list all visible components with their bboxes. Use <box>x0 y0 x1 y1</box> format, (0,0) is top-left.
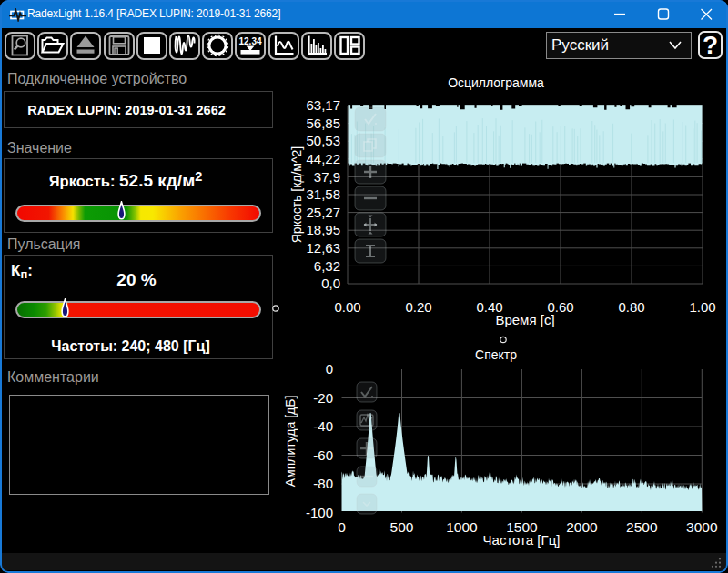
svg-text:1.00: 1.00 <box>689 299 715 315</box>
svg-text:44,22: 44,22 <box>306 151 340 166</box>
svg-text:6,32: 6,32 <box>314 258 340 274</box>
svg-text:0.80: 0.80 <box>618 299 644 315</box>
svg-text:2500: 2500 <box>626 519 658 535</box>
svg-text:-60: -60 <box>313 447 333 463</box>
svg-text:Частота [Гц]: Частота [Гц] <box>483 532 561 548</box>
svg-text:Яркость [кд/м^2]: Яркость [кд/м^2] <box>289 146 304 244</box>
svg-text:0: 0 <box>326 361 333 377</box>
svg-text:0.20: 0.20 <box>405 299 431 315</box>
svg-text:56,85: 56,85 <box>306 116 340 131</box>
svg-text:Амплитуда [дБ]: Амплитуда [дБ] <box>283 396 298 488</box>
svg-text:63,17: 63,17 <box>306 97 340 113</box>
svg-text:-40: -40 <box>313 418 333 434</box>
svg-text:0: 0 <box>338 519 346 535</box>
svg-text:18,95: 18,95 <box>306 222 340 237</box>
svg-text:31,58: 31,58 <box>306 186 340 202</box>
svg-text:12,63: 12,63 <box>306 240 340 256</box>
svg-text:Время [с]: Время [с] <box>495 312 554 327</box>
svg-text:500: 500 <box>390 519 414 535</box>
svg-text:Спектр: Спектр <box>475 347 517 362</box>
svg-text:50,53: 50,53 <box>306 133 340 148</box>
svg-text:-80: -80 <box>313 476 333 491</box>
svg-text:-100: -100 <box>306 505 333 520</box>
svg-text:2000: 2000 <box>566 519 598 535</box>
svg-text:0.00: 0.00 <box>334 299 360 315</box>
svg-text:37,9: 37,9 <box>314 169 340 185</box>
svg-text:0,0: 0,0 <box>321 276 340 291</box>
svg-text:25,27: 25,27 <box>306 205 340 220</box>
svg-text:-20: -20 <box>313 390 333 406</box>
svg-text:12.34: 12.34 <box>239 36 262 46</box>
svg-text:3000: 3000 <box>686 519 718 535</box>
svg-text:Осциллограмма: Осциллограмма <box>448 75 544 90</box>
svg-text:1000: 1000 <box>446 519 478 535</box>
